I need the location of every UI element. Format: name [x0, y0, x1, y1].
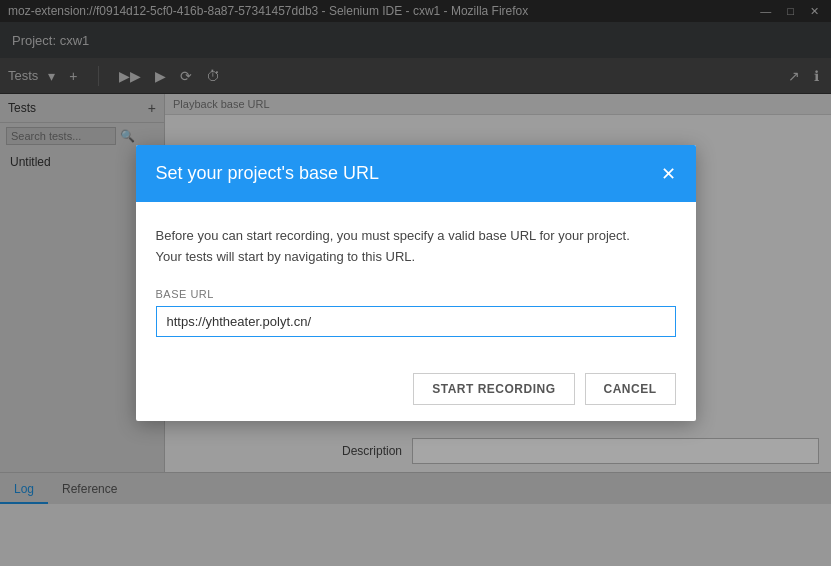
modal-overlay: Set your project's base URL ✕ Before you…: [0, 0, 831, 566]
modal-description: Before you can start recording, you must…: [156, 226, 676, 268]
modal-title: Set your project's base URL: [156, 163, 380, 184]
modal-header: Set your project's base URL ✕: [136, 145, 696, 202]
set-base-url-modal: Set your project's base URL ✕ Before you…: [136, 145, 696, 421]
modal-close-button[interactable]: ✕: [661, 165, 676, 183]
modal-footer: START RECORDING CANCEL: [136, 357, 696, 421]
cancel-button[interactable]: CANCEL: [585, 373, 676, 405]
base-url-input[interactable]: [156, 306, 676, 337]
modal-body: Before you can start recording, you must…: [136, 202, 696, 357]
start-recording-button[interactable]: START RECORDING: [413, 373, 574, 405]
base-url-field-label: BASE URL: [156, 288, 676, 300]
